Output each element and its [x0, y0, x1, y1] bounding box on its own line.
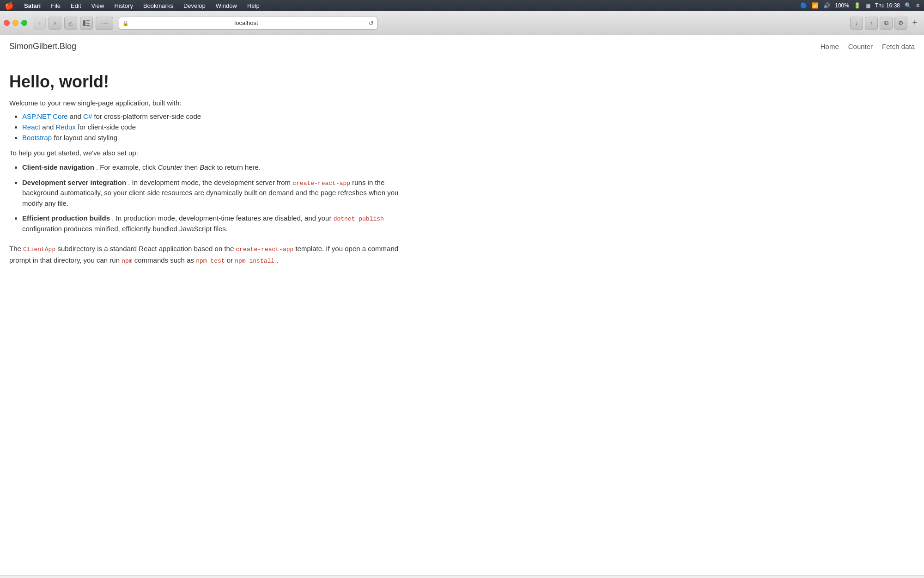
- menubar-view[interactable]: View: [90, 1, 106, 10]
- clock-display: Thu 16:38: [875, 2, 900, 9]
- feature-then-text: then: [184, 163, 200, 171]
- traffic-lights: [4, 20, 27, 26]
- npm-code: npm: [122, 258, 132, 264]
- intro-paragraph: Welcome to your new single-page applicat…: [9, 99, 407, 107]
- bootstrap-link[interactable]: Bootstrap: [22, 134, 52, 141]
- create-react-app-code: create-react-app: [292, 180, 350, 187]
- footer-commands: commands such as: [134, 256, 196, 264]
- add-tab-button[interactable]: +: [909, 17, 920, 30]
- feature-client-nav-bold: Client-side navigation: [22, 163, 94, 171]
- react-link[interactable]: React: [22, 123, 40, 131]
- feature-counter-italic: Counter: [158, 163, 182, 171]
- list-item-react: React and Redux for client-side code: [22, 123, 407, 131]
- battery-display: 100%: [835, 2, 849, 9]
- menubar-edit[interactable]: Edit: [69, 1, 83, 10]
- macos-menubar: 🍎 Safari File Edit View History Bookmark…: [0, 0, 924, 11]
- nav-counter-link[interactable]: Counter: [848, 43, 873, 50]
- control-center-icon: ▦: [865, 2, 870, 9]
- search-icon[interactable]: 🔍: [905, 2, 912, 9]
- feature-prod-builds-text1: . In production mode, development-time f…: [112, 214, 333, 222]
- svg-rect-3: [86, 25, 90, 26]
- menubar-safari[interactable]: Safari: [22, 1, 43, 10]
- minimize-window-button[interactable]: [12, 20, 18, 26]
- feature-client-nav-text: . For example, click: [96, 163, 158, 171]
- list-item-bootstrap: Bootstrap for layout and styling: [22, 134, 407, 141]
- setup-intro-text: To help you get started, we've also set …: [9, 149, 407, 157]
- react-rest: for client-side code: [78, 123, 136, 131]
- svg-rect-0: [83, 20, 85, 26]
- npm-test-code: npm test: [196, 258, 225, 264]
- volume-icon: 🔊: [823, 2, 830, 9]
- menubar-right: 🔵 📶 🔊 100% 🔋 ▦ Thu 16:38 🔍 ≡: [800, 2, 919, 9]
- footer-end: .: [276, 256, 278, 264]
- feature-dev-server-bold: Development server integration: [22, 178, 126, 186]
- feature-prod-builds-text2: configuration produces minified, efficie…: [22, 225, 228, 233]
- bootstrap-rest: for layout and styling: [54, 134, 117, 141]
- list-item-aspnet: ASP.NET Core and C# for cross-platform s…: [22, 112, 407, 120]
- menubar-help[interactable]: Help: [245, 1, 261, 10]
- clientapp-code: ClientApp: [23, 246, 55, 253]
- footer-pre: The: [9, 245, 23, 252]
- forward-button[interactable]: ›: [49, 17, 61, 30]
- wifi-icon: 📶: [812, 2, 819, 9]
- page-title: Hello, world!: [9, 72, 407, 92]
- feature-client-nav: Client-side navigation . For example, cl…: [22, 162, 407, 173]
- lock-icon: 🔒: [122, 20, 129, 26]
- tab-overview-button[interactable]: ⧉: [880, 17, 893, 30]
- app-nav: Home Counter Fetch data: [821, 43, 915, 50]
- footer-paragraph: The ClientApp subdirectory is a standard…: [9, 243, 407, 266]
- apple-menu-icon[interactable]: 🍎: [5, 1, 14, 10]
- feature-prod-builds-bold: Efficient production builds: [22, 214, 110, 222]
- home-button[interactable]: ⌂: [64, 17, 77, 30]
- redux-link[interactable]: Redux: [56, 123, 76, 131]
- sidebar-toggle-button[interactable]: [80, 17, 93, 30]
- feature-return-text: to return here.: [217, 163, 261, 171]
- react-and: and: [42, 123, 55, 131]
- share-button[interactable]: ↑: [865, 17, 878, 30]
- menubar-history[interactable]: History: [112, 1, 134, 10]
- svg-rect-1: [86, 20, 90, 21]
- back-button[interactable]: ‹: [33, 17, 46, 30]
- aspnet-link[interactable]: ASP.NET Core: [22, 112, 68, 120]
- menubar-file[interactable]: File: [49, 1, 62, 10]
- close-window-button[interactable]: [4, 20, 10, 26]
- menubar-develop[interactable]: Develop: [182, 1, 207, 10]
- menubar-window[interactable]: Window: [214, 1, 239, 10]
- feature-back-italic: Back: [200, 163, 215, 171]
- toolbar-right-buttons: ↓ ↑ ⧉ ⚙ +: [850, 17, 920, 30]
- nav-home-link[interactable]: Home: [821, 43, 839, 50]
- dotnet-publish-code: dotnet publish: [334, 215, 384, 222]
- aspnet-rest: for cross-platform server-side code: [94, 112, 201, 120]
- address-bar-input[interactable]: [119, 17, 377, 30]
- menubar-bookmarks[interactable]: Bookmarks: [141, 1, 175, 10]
- create-react-app-footer-code: create-react-app: [236, 246, 293, 253]
- download-button[interactable]: ↓: [850, 17, 863, 30]
- feature-prod-builds: Efficient production builds . In product…: [22, 213, 407, 234]
- footer-mid: subdirectory is a standard React applica…: [57, 245, 236, 252]
- csharp-link[interactable]: C#: [83, 112, 92, 120]
- app-brand-link[interactable]: SimonGilbert.Blog: [9, 42, 76, 51]
- browser-toolbar: ‹ › ⌂ ··· 🔒 ↺ ↓ ↑ ⧉ ⚙ +: [0, 11, 924, 35]
- tech-list: ASP.NET Core and C# for cross-platform s…: [9, 112, 407, 141]
- battery-icon: 🔋: [854, 2, 861, 9]
- tabs-indicator-button[interactable]: ···: [96, 17, 113, 30]
- app-header: SimonGilbert.Blog Home Counter Fetch dat…: [0, 35, 924, 58]
- maximize-window-button[interactable]: [21, 20, 27, 26]
- aspnet-and: and: [70, 112, 83, 120]
- feature-list: Client-side navigation . For example, cl…: [9, 162, 407, 234]
- nav-fetchdata-link[interactable]: Fetch data: [882, 43, 915, 50]
- footer-or: or: [227, 256, 235, 264]
- npm-install-code: npm install: [235, 258, 274, 264]
- feature-dev-server-text1: . In development mode, the development s…: [128, 178, 292, 186]
- refresh-button[interactable]: ↺: [369, 19, 374, 26]
- bluetooth-icon: 🔵: [800, 2, 807, 9]
- list-icon[interactable]: ≡: [916, 2, 919, 9]
- feature-dev-server: Development server integration . In deve…: [22, 178, 407, 209]
- main-content: Hello, world! Welcome to your new single…: [0, 58, 416, 280]
- settings-button[interactable]: ⚙: [894, 17, 907, 30]
- address-bar-container: 🔒 ↺: [119, 17, 377, 30]
- svg-rect-2: [86, 23, 90, 24]
